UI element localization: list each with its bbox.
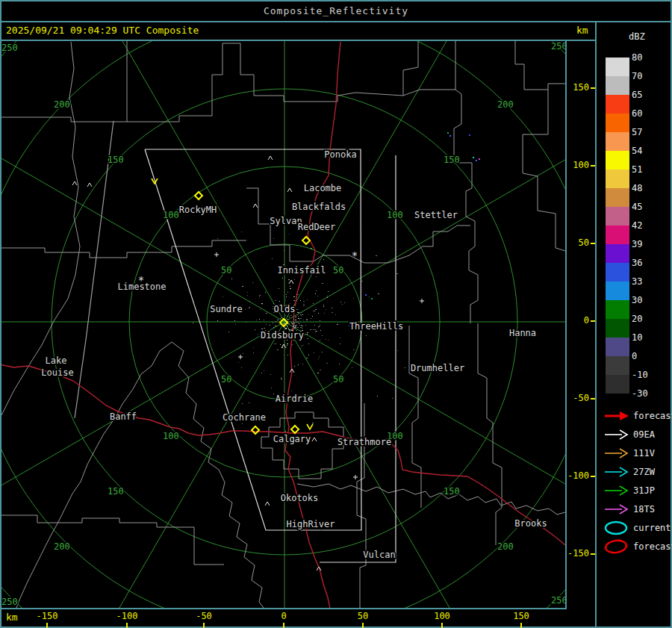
- right-axis-tick-label: -100: [559, 470, 589, 481]
- colorbar-swatch: [606, 300, 629, 319]
- caret-marker: [281, 344, 286, 348]
- county-boundary: [403, 42, 418, 96]
- echo-speckle: [287, 326, 287, 326]
- city-label-blackfalds: Blackfalds: [292, 202, 346, 212]
- echo-speckle: [291, 391, 292, 391]
- echo-speckle: [256, 320, 257, 320]
- echo-speckle: [258, 334, 258, 335]
- echo-speckle: [284, 250, 284, 251]
- colorbar-swatch: [606, 170, 629, 188]
- echo-speckle: [300, 327, 302, 328]
- right-axis: 150100500-50-100-150: [567, 40, 596, 609]
- colorbar-value-label: 30: [632, 295, 662, 305]
- ring-distance-label: 150: [108, 155, 124, 165]
- echo-speckle: [249, 402, 249, 403]
- station-diamond-marker[interactable]: [291, 426, 299, 433]
- echo-speckle: [231, 279, 232, 279]
- colorbar-swatch: [606, 356, 629, 375]
- echo-speckle: [303, 301, 305, 302]
- echo-speckle: [296, 309, 298, 310]
- legend-item-label: 27ZW: [633, 467, 655, 477]
- echo-speckle: [291, 326, 292, 326]
- ring-distance-label: 250: [551, 595, 567, 606]
- echo-speckle: [302, 326, 303, 326]
- echo-speckle: [249, 301, 250, 302]
- echo-speckle: [339, 364, 340, 364]
- county-boundary: [478, 323, 502, 545]
- county-boundary: [523, 90, 565, 251]
- legend-arrow-icon: [603, 482, 632, 499]
- right-axis-tick-mark: [591, 243, 595, 244]
- caret-marker: [268, 156, 273, 160]
- colored-speck: [371, 298, 373, 299]
- echo-speckle: [294, 329, 296, 329]
- echo-speckle: [396, 273, 398, 274]
- station-diamond-marker[interactable]: [195, 192, 202, 199]
- ring-distance-label: 200: [54, 99, 70, 110]
- echo-speckle: [293, 319, 294, 320]
- echo-speckle: [297, 294, 299, 295]
- echo-speckle: [314, 329, 315, 330]
- legend-item-31JP: 31JP: [602, 482, 671, 500]
- echo-speckle: [287, 319, 288, 320]
- ring-distance-label: 50: [221, 374, 231, 385]
- echo-speckle: [293, 322, 293, 323]
- echo-speckle: [298, 316, 299, 317]
- echo-speckle: [287, 292, 288, 293]
- echo-speckle: [293, 296, 295, 297]
- echo-speckle: [193, 323, 193, 323]
- ring-distance-label: 150: [444, 486, 460, 497]
- echo-speckle: [320, 340, 320, 341]
- station-diamond-marker[interactable]: [252, 426, 259, 434]
- echo-speckle: [294, 325, 296, 326]
- azimuth-spoke: [0, 322, 284, 531]
- echo-speckle: [317, 373, 319, 373]
- colorbar-swatch: [606, 244, 629, 263]
- echo-speckle: [249, 307, 250, 308]
- colorbar-swatch: [606, 263, 629, 282]
- echo-speckle: [326, 363, 328, 364]
- city-label-innisfail: Innisfail: [277, 265, 326, 276]
- city-label-reddeer: RedDeer: [298, 222, 336, 232]
- echo-speckle: [306, 320, 308, 320]
- caret-marker: [287, 188, 292, 192]
- echo-speckle: [337, 324, 338, 325]
- echo-speckle: [241, 231, 242, 232]
- echo-speckle: [280, 318, 281, 319]
- echo-speckle: [353, 349, 355, 350]
- echo-speckle: [318, 341, 319, 342]
- echo-speckle: [366, 335, 367, 336]
- echo-speckle: [323, 306, 324, 307]
- colorbar-value-label: 39: [632, 239, 662, 249]
- echo-speckle: [322, 335, 323, 336]
- ring-distance-label: 150: [444, 155, 460, 165]
- echo-speckle: [235, 324, 236, 325]
- echo-speckle: [335, 314, 336, 315]
- bottom-axis-tick-mark: [46, 623, 48, 628]
- ring-distance-label: 200: [497, 99, 514, 110]
- echo-speckle: [298, 364, 299, 365]
- ring-distance-label: 50: [333, 374, 343, 385]
- echo-speckle: [242, 403, 243, 404]
- colorbar-swatch: [606, 319, 629, 338]
- colorbar-value-label: 45: [632, 202, 662, 212]
- echo-speckle: [369, 296, 370, 297]
- echo-speckle: [287, 326, 288, 326]
- legend-item-27ZW: 27ZW: [602, 464, 671, 482]
- echo-speckle: [304, 332, 305, 333]
- echo-speckle: [287, 323, 289, 324]
- echo-speckle: [259, 296, 260, 297]
- echo-speckle: [293, 326, 294, 327]
- echo-speckle: [299, 325, 300, 326]
- echo-speckle: [303, 305, 305, 306]
- echo-speckle: [261, 373, 262, 373]
- echo-speckle: [287, 316, 287, 317]
- city-label-ponoka: Ponoka: [324, 149, 356, 160]
- echo-speckle: [294, 279, 295, 280]
- echo-speckle: [320, 325, 320, 326]
- echo-speckle: [243, 353, 243, 354]
- echo-speckle: [332, 308, 332, 308]
- ring-distance-label: 100: [387, 210, 403, 220]
- colorbar-swatch: [606, 338, 629, 356]
- echo-speckle: [273, 327, 274, 328]
